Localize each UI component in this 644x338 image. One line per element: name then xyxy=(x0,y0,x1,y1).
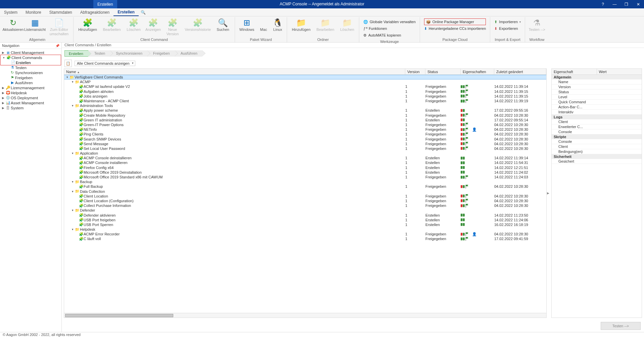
testen-button[interactable]: Testen --> xyxy=(601,322,641,330)
table-row[interactable]: 🧩ACMP Console installieren1Erstellen14.0… xyxy=(64,160,546,165)
group-application[interactable]: ▾📁Application xyxy=(64,151,546,156)
table-row[interactable]: 🧩NETinfo1Freigegeben👤04.02.2022 10:28:30 xyxy=(64,127,546,132)
props-row[interactable]: Console xyxy=(552,139,642,144)
cc-edit-button[interactable]: 🧩Bearbeiten xyxy=(100,18,124,32)
table-row[interactable]: 🧩Set Local User Password1Freigegeben04.0… xyxy=(64,146,546,151)
close-button[interactable]: ✕ xyxy=(632,0,644,8)
collapse-handle-icon[interactable]: ▶ xyxy=(547,191,549,195)
table-row[interactable]: 🧩Green-IT Power Options1Freigegeben04.02… xyxy=(64,122,546,127)
tool-globalvar[interactable]: 🌐Globale Variablen verwalten xyxy=(363,18,416,25)
export-button[interactable]: ⬇Exportieren xyxy=(494,25,521,32)
listview-button[interactable]: ▦Listenansicht xyxy=(23,18,47,32)
col-version[interactable]: Version xyxy=(405,69,425,75)
table-row[interactable]: 🧩Create Mobile Repository1Freigegeben04.… xyxy=(64,113,546,118)
group-helpdesk[interactable]: ▾📁Helpdesk xyxy=(64,227,546,232)
group-administration-tools[interactable]: ▾📁Administration Tools xyxy=(64,103,546,108)
minimize-button[interactable]: — xyxy=(609,0,620,8)
menu-tab-stammdaten[interactable]: Stammdaten xyxy=(45,8,76,16)
wiz-mac-button[interactable]: Mac xyxy=(257,18,271,32)
nav-helpdesk[interactable]: ▶🛟Helpdesk xyxy=(0,90,61,95)
wiz-windows-button[interactable]: ⊞Windows xyxy=(237,18,257,32)
table-row[interactable]: 🧩Apply power scheme1Erstellen17.02.2022 … xyxy=(64,108,546,113)
workflow-testen-button[interactable]: ⚗Testen --> xyxy=(527,18,547,32)
props-row[interactable]: Gesichert xyxy=(552,159,642,164)
table-row[interactable]: 🧩Defender aktivieren1Erstellen14.02.2022… xyxy=(64,213,546,217)
table-row[interactable]: 🧩Green IT administration1Erstellen17.02.… xyxy=(64,118,546,122)
props-row[interactable]: Console xyxy=(552,129,642,134)
step-testen[interactable]: Testen xyxy=(88,50,110,57)
folder-edit-button[interactable]: 📁Bearbeiten xyxy=(313,18,337,32)
filter-icon-button[interactable]: 📋 xyxy=(64,60,72,67)
tool-automate[interactable]: ⚙AutoMATE kopieren xyxy=(363,32,416,39)
step-erstellen[interactable]: Erstellen xyxy=(64,50,88,57)
cc-search-button[interactable]: 🔍Suchen xyxy=(213,18,233,32)
table-row[interactable]: 🧩Jobs anzeigen1Freigegeben14.02.2022 11:… xyxy=(64,94,546,99)
table-row[interactable]: 🧩USB Port freigeben1Erstellen14.02.2022 … xyxy=(64,218,546,222)
folder-delete-button[interactable]: 📁Löschen xyxy=(337,18,357,32)
table-row[interactable]: 🧩Client Location (Configuration)1Freigeg… xyxy=(64,199,546,203)
nav-client-commands[interactable]: ▾🧩Client Commands xyxy=(1,55,61,60)
props-row[interactable]: Quick Command xyxy=(552,100,642,105)
table-row[interactable]: 🧩Firefox Config x641Erstellen14.02.2022 … xyxy=(64,165,546,170)
props-col-val[interactable]: Wert xyxy=(597,69,642,74)
group-backup[interactable]: ▾📁Backup xyxy=(64,179,546,184)
nav-system[interactable]: ▶🗄System xyxy=(0,105,61,110)
nav-ausfuehren[interactable]: ▶Ausführen xyxy=(0,80,61,85)
table-row[interactable]: 🧩Full Backup1Freigegeben04.02.2022 10:28… xyxy=(64,184,546,189)
menu-search-button[interactable]: 🔍 xyxy=(139,8,148,16)
props-row[interactable]: Bedingung(en) xyxy=(552,149,642,154)
table-row[interactable]: 🧩Search SNMP Devices1Freigegeben04.02.20… xyxy=(64,136,546,141)
col-name[interactable]: Name ▲ xyxy=(64,69,405,75)
pkg-opm[interactable]: 📦Online Package Manager xyxy=(424,18,486,25)
group-root[interactable]: ▾📁Verfügbare Client Commands xyxy=(64,75,546,79)
nav-freigeben[interactable]: ⚑Freigeben xyxy=(0,75,61,80)
filter-select[interactable]: Alle Client Commands anzeigen xyxy=(75,61,135,66)
table-row[interactable]: 🧩Client Location1Freigegeben04.02.2022 1… xyxy=(64,194,546,199)
table-row[interactable]: 🧩Maintenance - ACMP Client1Freigegeben14… xyxy=(64,99,546,103)
nav-erstellen[interactable]: 📄Erstellen xyxy=(1,60,61,65)
props-row[interactable]: Client xyxy=(552,119,642,124)
props-row[interactable]: Client xyxy=(552,144,642,149)
cc-add-button[interactable]: 🧩Hinzufügen xyxy=(76,18,100,32)
refresh-button[interactable]: ↻Aktualisieren xyxy=(3,18,23,32)
folder-add-button[interactable]: 📁Hinzufügen xyxy=(289,18,313,32)
table-row[interactable]: 🧩Collect Purchase Information1Freigegebe… xyxy=(64,203,546,208)
props-row[interactable]: Status xyxy=(552,90,642,95)
table-row[interactable]: 🧩ACMP Error Recorder1Freigegeben👤04.02.2… xyxy=(64,232,546,236)
cc-delete-button[interactable]: 🧩Löschen xyxy=(124,18,143,32)
cc-history-button[interactable]: 🧩Versionshistorie xyxy=(182,18,213,32)
pkg-hcc[interactable]: ⬇Heruntergeladene CCs importieren xyxy=(424,25,486,32)
nav-lizenz[interactable]: ▶🔑Lizenzmanagement xyxy=(0,85,61,90)
cc-show-button[interactable]: 🧩Anzeigen xyxy=(143,18,163,32)
to-editor-button[interactable]: 📄Zum Editor umschalten xyxy=(47,18,71,36)
h-scrollbar[interactable] xyxy=(64,313,546,318)
nav-client-management[interactable]: ▶🖥Client Management xyxy=(0,50,61,55)
group-acmp[interactable]: ▾📁ACMP xyxy=(64,79,546,84)
maximize-button[interactable]: ❐ xyxy=(620,0,632,8)
table-row[interactable]: 🧩ACMP Console deinstallieren1Erstellen14… xyxy=(64,156,546,160)
menu-tab-monitore[interactable]: Monitore xyxy=(21,8,45,16)
step-freigeben[interactable]: Freigeben xyxy=(147,50,175,57)
cc-newversion-button[interactable]: 🧩Neue Version xyxy=(163,18,182,36)
table-row[interactable]: 🧩C läuft voll1Freigegeben17.02.2022 09:4… xyxy=(64,236,546,241)
tool-funktionen[interactable]: ƒᴺFunktionen xyxy=(363,25,416,32)
props-row[interactable]: Name xyxy=(552,79,642,84)
wiz-linux-button[interactable]: 🐧Linux xyxy=(271,18,285,32)
group-data-collection[interactable]: ▾📁Data Collection xyxy=(64,189,546,194)
pin-icon[interactable]: 📌 xyxy=(55,44,59,48)
menu-tab-erstellen[interactable]: Erstellen xyxy=(113,8,139,16)
props-row[interactable]: Version xyxy=(552,84,642,90)
table-row[interactable]: 🧩Aufgaben abholen1Freigegeben14.02.2022 … xyxy=(64,89,546,94)
col-date[interactable]: Zuletzt geändert xyxy=(494,69,546,75)
props-row[interactable]: Interaktiv xyxy=(552,110,642,115)
table-row[interactable]: 🧩Microsoft Office 2019 Standard x86 mit … xyxy=(64,175,546,179)
table-row[interactable]: 🧩Microsoft Office 2019 Deinstallation1Er… xyxy=(64,170,546,175)
menu-tab-abfrageaktionen[interactable]: Abfrageaktionen xyxy=(76,8,113,16)
props-row[interactable]: Level xyxy=(552,95,642,100)
nav-testen[interactable]: ⚗Testen xyxy=(0,65,61,70)
import-button[interactable]: ⬆Importieren▾ xyxy=(494,18,521,25)
help-button[interactable]: ? xyxy=(597,0,609,8)
group-defender[interactable]: ▾📁Defender xyxy=(64,208,546,213)
table-row[interactable]: 🧩ACMP ist laufend update V21Freigegeben1… xyxy=(64,84,546,89)
nav-asset[interactable]: ▶📊Asset Management xyxy=(0,100,61,105)
